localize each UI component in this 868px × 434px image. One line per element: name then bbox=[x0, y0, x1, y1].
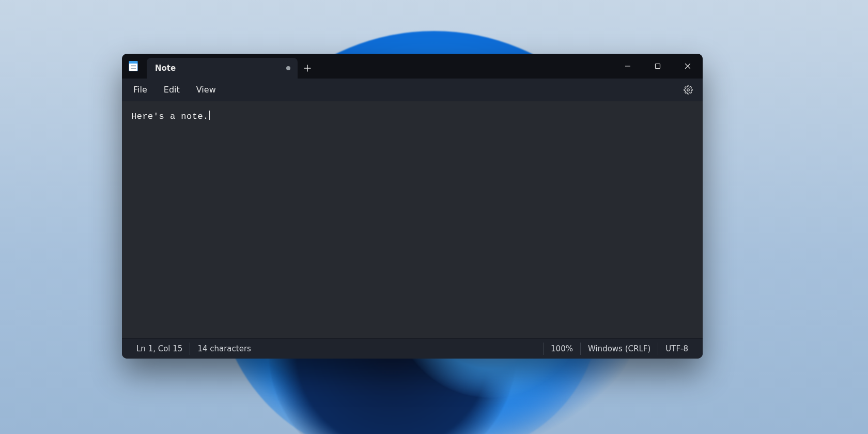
svg-rect-3 bbox=[656, 64, 660, 69]
tab-title: Note bbox=[155, 64, 176, 73]
close-button[interactable] bbox=[673, 54, 703, 79]
menu-edit[interactable]: Edit bbox=[158, 82, 186, 98]
notepad-window: Note bbox=[122, 54, 703, 359]
status-line-ending[interactable]: Windows (CRLF) bbox=[580, 343, 658, 355]
desktop-wallpaper: Note bbox=[0, 0, 868, 434]
close-icon bbox=[685, 63, 691, 69]
maximize-button[interactable] bbox=[643, 54, 673, 79]
status-position: Ln 1, Col 15 bbox=[129, 343, 190, 355]
gear-icon bbox=[684, 85, 693, 95]
titlebar-drag-region[interactable] bbox=[317, 54, 613, 79]
minimize-icon bbox=[625, 63, 631, 69]
text-caret bbox=[209, 111, 210, 120]
status-zoom[interactable]: 100% bbox=[543, 343, 580, 355]
minimize-button[interactable] bbox=[613, 54, 643, 79]
status-bar: Ln 1, Col 15 14 characters 100% Windows … bbox=[122, 338, 703, 359]
notepad-icon bbox=[122, 54, 145, 79]
menubar: File Edit View bbox=[122, 79, 703, 101]
svg-point-6 bbox=[687, 88, 690, 91]
caption-controls bbox=[613, 54, 703, 79]
status-char-count: 14 characters bbox=[190, 343, 258, 355]
settings-button[interactable] bbox=[678, 81, 699, 99]
new-tab-button[interactable] bbox=[298, 58, 317, 79]
status-encoding[interactable]: UTF-8 bbox=[658, 343, 695, 355]
menu-file[interactable]: File bbox=[127, 82, 153, 98]
menu-view[interactable]: View bbox=[190, 82, 222, 98]
dot-icon bbox=[286, 66, 290, 70]
tab-note[interactable]: Note bbox=[147, 58, 298, 79]
editor-content: Here's a note. bbox=[131, 112, 209, 121]
titlebar[interactable]: Note bbox=[122, 54, 703, 79]
text-editor[interactable]: Here's a note. bbox=[122, 101, 703, 338]
maximize-icon bbox=[655, 63, 661, 69]
plus-icon bbox=[304, 65, 311, 72]
